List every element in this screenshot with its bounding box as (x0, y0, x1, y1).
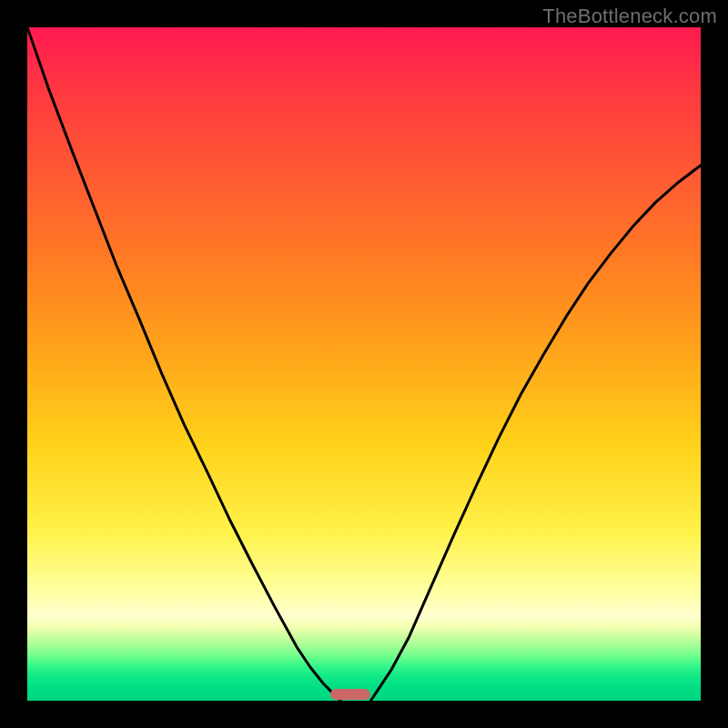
curve-right (370, 166, 701, 701)
plot-area (27, 27, 701, 701)
watermark-text: TheBottleneck.com (542, 5, 717, 28)
optimum-marker (330, 689, 370, 700)
chart-frame: TheBottleneck.com (0, 0, 728, 728)
curve-left (27, 27, 340, 701)
curve-layer (27, 27, 701, 701)
